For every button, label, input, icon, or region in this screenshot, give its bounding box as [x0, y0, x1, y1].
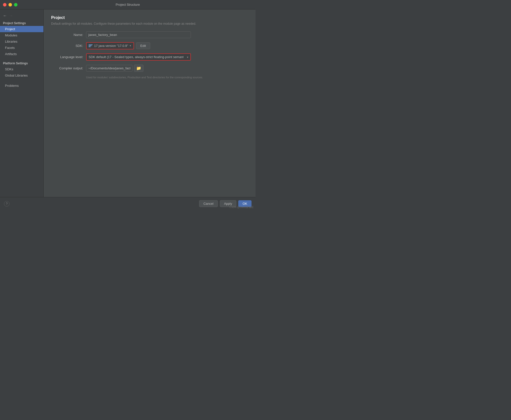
page-description: Default settings for all modules. Config…: [51, 21, 248, 26]
content-area: Project Default settings for all modules…: [44, 9, 256, 197]
name-row: Name:: [51, 31, 248, 38]
sdk-value: 17 java version "17.0.9": [94, 44, 128, 48]
sidebar-item-modules[interactable]: Modules: [0, 32, 43, 38]
name-field-wrapper: [86, 31, 191, 38]
compiler-output-label: Compiler output:: [51, 66, 86, 70]
compiler-output-folder-button[interactable]: 📁: [134, 65, 143, 72]
sidebar-item-artifacts-label: Artifacts: [5, 52, 17, 56]
sidebar-item-facets[interactable]: Facets: [0, 45, 43, 51]
sdk-row: SDK: 17 java version "17.0.9" ▼ Edit: [51, 42, 248, 49]
language-level-wrapper: SDK default (17 - Sealed types, always-s…: [86, 53, 191, 61]
sidebar-item-artifacts[interactable]: Artifacts: [0, 51, 43, 57]
close-button[interactable]: [3, 3, 6, 6]
name-label: Name:: [51, 33, 86, 37]
language-level-row: Language level: SDK default (17 - Sealed…: [51, 53, 248, 61]
traffic-lights: [3, 3, 17, 6]
compiler-output-row: Compiler output: 📁: [51, 65, 248, 72]
sidebar-item-libraries-label: Libraries: [5, 40, 17, 43]
main-layout: ← → Project Settings Project Modules Lib…: [0, 9, 256, 197]
sdk-dropdown-arrow-icon: ▼: [129, 44, 131, 47]
project-settings-header: Project Settings: [0, 19, 43, 26]
title-bar: Project Structure: [0, 0, 256, 9]
sidebar-item-problems[interactable]: Problems: [0, 83, 43, 89]
sidebar-item-project[interactable]: Project: [0, 26, 43, 32]
sidebar-item-project-label: Project: [5, 27, 15, 31]
help-icon: ?: [6, 202, 8, 206]
platform-settings-header: Platform Settings: [0, 60, 43, 66]
sidebar: ← → Project Settings Project Modules Lib…: [0, 9, 44, 197]
sidebar-item-libraries[interactable]: Libraries: [0, 38, 43, 45]
help-button[interactable]: ?: [4, 201, 9, 207]
sdk-controls: 17 java version "17.0.9" ▼ Edit: [86, 42, 150, 49]
name-input[interactable]: [86, 31, 191, 38]
folder-icon: 📁: [136, 66, 141, 71]
back-arrow[interactable]: ←: [3, 13, 7, 18]
sidebar-item-sdks-label: SDKs: [5, 67, 13, 71]
nav-arrows: ← →: [0, 12, 43, 19]
sidebar-item-global-libraries-label: Global Libraries: [5, 74, 28, 77]
maximize-button[interactable]: [14, 3, 17, 6]
sdk-label: SDK:: [51, 44, 86, 48]
bottom-bar: ? Cancel Apply OK: [0, 197, 256, 210]
sdk-java-icon: [89, 44, 93, 48]
sidebar-item-problems-label: Problems: [5, 84, 19, 88]
page-title: Project: [51, 15, 248, 20]
sidebar-item-modules-label: Modules: [5, 33, 17, 37]
window-title: Project Structure: [116, 3, 140, 6]
watermark: CSDN @David爱编程: [229, 206, 254, 209]
sdk-dropdown[interactable]: 17 java version "17.0.9" ▼: [86, 42, 134, 49]
minimize-button[interactable]: [8, 3, 12, 6]
sdk-edit-button[interactable]: Edit: [136, 42, 150, 49]
compiler-output-input[interactable]: [86, 65, 132, 72]
sidebar-item-facets-label: Facets: [5, 46, 15, 50]
bottom-left: ?: [4, 201, 9, 207]
compiler-output-controls: 📁: [86, 65, 143, 72]
sidebar-item-global-libraries[interactable]: Global Libraries: [0, 72, 43, 79]
cancel-button[interactable]: Cancel: [199, 200, 218, 207]
compiler-hint: Used for modules' subdirectories, Produc…: [86, 76, 248, 79]
language-level-label: Language level:: [51, 55, 86, 59]
language-level-select[interactable]: SDK default (17 - Sealed types, always-s…: [86, 53, 191, 61]
forward-arrow[interactable]: →: [9, 13, 13, 18]
sidebar-item-sdks[interactable]: SDKs: [0, 66, 43, 72]
